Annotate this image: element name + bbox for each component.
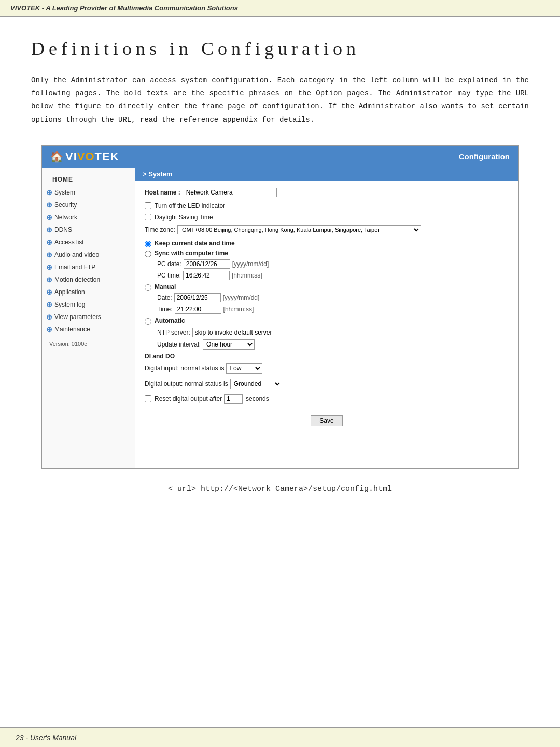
pc-time-row: PC time: [hh:mm:ss]: [157, 271, 509, 280]
pc-date-input[interactable]: [184, 259, 230, 269]
sidebar-label-audio: Audio and video: [54, 251, 99, 258]
sidebar-label-application: Application: [54, 288, 85, 296]
daylight-checkbox-row: Daylight Saving Time: [145, 214, 509, 221]
plus-icon-email: ⊕: [46, 263, 52, 271]
automatic-radio[interactable]: [145, 318, 151, 325]
reset-output-checkbox[interactable]: [145, 395, 151, 402]
pc-time-input[interactable]: [183, 271, 230, 280]
di-do-label: DI and DO: [145, 353, 509, 360]
sidebar-item-email-ftp[interactable]: ⊕ Email and FTP: [42, 261, 135, 273]
logo-area: 🏠 VIVOTEK: [50, 150, 119, 163]
ntp-server-label: NTP server:: [157, 329, 190, 336]
ntp-section: NTP server: Update interval: One hour: [157, 328, 509, 350]
plus-icon-network: ⊕: [46, 213, 52, 222]
led-checkbox[interactable]: [145, 202, 151, 209]
sidebar-item-application[interactable]: ⊕ Application: [42, 286, 135, 298]
sidebar-item-audio-video[interactable]: ⊕ Audio and video: [42, 248, 135, 261]
host-name-label: Host name :: [145, 189, 180, 196]
footer-bar: 23 - User's Manual: [0, 727, 560, 747]
sidebar-item-network[interactable]: ⊕ Network: [42, 211, 135, 224]
sidebar-item-motion[interactable]: ⊕ Motion detection: [42, 273, 135, 286]
reset-label: Reset digital output after: [155, 395, 222, 403]
section-header: > System: [135, 168, 518, 181]
main-content: Definitions in Configuration Only the Ad…: [0, 17, 560, 514]
company-text: VIVOTEK - A Leading Provider of Multimed…: [10, 4, 238, 12]
digital-input-row: Digital input: normal status is Low: [145, 363, 509, 374]
keep-date-radio-row: Keep current date and time: [145, 240, 509, 247]
digital-input-label: Digital input: normal status is: [145, 365, 224, 372]
digital-output-label: Digital output: normal status is: [145, 380, 228, 388]
pc-time-format: [hh:mm:ss]: [232, 272, 262, 279]
plus-icon-motion: ⊕: [46, 275, 52, 284]
digital-output-select[interactable]: Grounded: [230, 379, 282, 389]
keep-date-radio[interactable]: [145, 241, 151, 247]
sidebar-item-view-params[interactable]: ⊕ View parameters: [42, 311, 135, 323]
plus-icon-system: ⊕: [46, 188, 52, 197]
timezone-row: Time zone: GMT+08:00 Beijing, Chongqing,…: [145, 225, 509, 234]
logo-icon: 🏠: [50, 150, 63, 163]
plus-icon-application: ⊕: [46, 288, 52, 296]
manual-date-time-section: Date: [yyyy/mm/dd] Time: [hh:mm:ss]: [157, 293, 509, 314]
manual-date-input[interactable]: [174, 293, 221, 302]
pc-date-time-section: PC date: [yyyy/mm/dd] PC time: [hh:mm:ss…: [157, 259, 509, 280]
plus-icon-access: ⊕: [46, 238, 52, 246]
update-interval-row: Update interval: One hour: [157, 339, 509, 350]
update-interval-select[interactable]: One hour: [203, 339, 255, 350]
automatic-label: Automatic: [155, 317, 185, 324]
digital-input-select[interactable]: Low: [226, 363, 262, 374]
timezone-select[interactable]: GMT+08:00 Beijing, Chongqing, Hong Kong,…: [177, 225, 421, 234]
manual-radio[interactable]: [145, 284, 151, 291]
sidebar-label-view: View parameters: [54, 313, 101, 321]
ntp-server-input[interactable]: [192, 328, 296, 337]
sidebar-item-system-log[interactable]: ⊕ System log: [42, 298, 135, 311]
sidebar-version: Version: 0100c: [42, 336, 135, 352]
config-label: Configuration: [459, 152, 510, 161]
automatic-radio-row: Automatic: [145, 317, 509, 325]
sidebar-label-security: Security: [54, 201, 77, 209]
date-format: [yyyy/mm/dd]: [223, 294, 260, 301]
sidebar-label-access: Access list: [54, 239, 84, 246]
sidebar-item-access-list[interactable]: ⊕ Access list: [42, 236, 135, 248]
sidebar-item-ddns[interactable]: ⊕ DDNS: [42, 224, 135, 236]
plus-icon-maintenance: ⊕: [46, 325, 52, 334]
config-header: 🏠 VIVOTEK Configuration: [42, 146, 518, 168]
sync-computer-radio-row: Sync with computer time: [145, 250, 509, 257]
save-button[interactable]: Save: [311, 415, 342, 426]
pc-time-label: PC time:: [157, 272, 181, 279]
time-format: [hh:mm:ss]: [223, 306, 254, 313]
sidebar-label-ddns: DDNS: [54, 226, 72, 233]
plus-icon-ddns: ⊕: [46, 226, 52, 234]
sidebar-label-email: Email and FTP: [54, 264, 95, 271]
sidebar: HOME ⊕ System ⊕ Security ⊕ Network ⊕ DDN…: [42, 168, 135, 468]
config-frame: 🏠 VIVOTEK Configuration HOME ⊕ System ⊕ …: [41, 145, 519, 469]
manual-label: Manual: [155, 283, 176, 290]
sidebar-item-maintenance[interactable]: ⊕ Maintenance: [42, 323, 135, 336]
led-label: Turn off the LED indicator: [155, 202, 225, 210]
host-name-input[interactable]: [184, 188, 277, 197]
host-name-row: Host name :: [145, 188, 509, 197]
plus-icon-audio: ⊕: [46, 251, 52, 259]
url-text: < url> http://<Network Camera>/setup/con…: [41, 485, 519, 493]
sidebar-label-motion: Motion detection: [54, 276, 100, 283]
page-title: Definitions in Configuration: [31, 38, 529, 60]
manual-time-input[interactable]: [175, 305, 221, 314]
sidebar-item-security[interactable]: ⊕ Security: [42, 199, 135, 211]
sync-computer-radio[interactable]: [145, 251, 151, 257]
sidebar-label-system: System: [54, 189, 75, 196]
sync-computer-label: Sync with computer time: [155, 250, 228, 257]
section-title: > System: [143, 170, 172, 178]
timezone-label: Time zone:: [145, 226, 175, 233]
header-bar: VIVOTEK - A Leading Provider of Multimed…: [0, 0, 560, 17]
time-label: Time:: [157, 306, 173, 313]
sidebar-label-maintenance: Maintenance: [54, 326, 90, 333]
sidebar-item-system[interactable]: ⊕ System: [42, 186, 135, 199]
update-label: Update interval:: [157, 341, 201, 348]
pc-date-format: [yyyy/mm/dd]: [232, 260, 269, 268]
manual-radio-row: Manual: [145, 283, 509, 291]
reset-value-input[interactable]: [224, 394, 243, 404]
sidebar-home[interactable]: HOME: [42, 173, 135, 186]
daylight-checkbox[interactable]: [145, 214, 151, 220]
manual-time-row: Time: [hh:mm:ss]: [157, 305, 509, 314]
sidebar-label-network: Network: [54, 214, 77, 221]
seconds-label: seconds: [246, 395, 269, 403]
